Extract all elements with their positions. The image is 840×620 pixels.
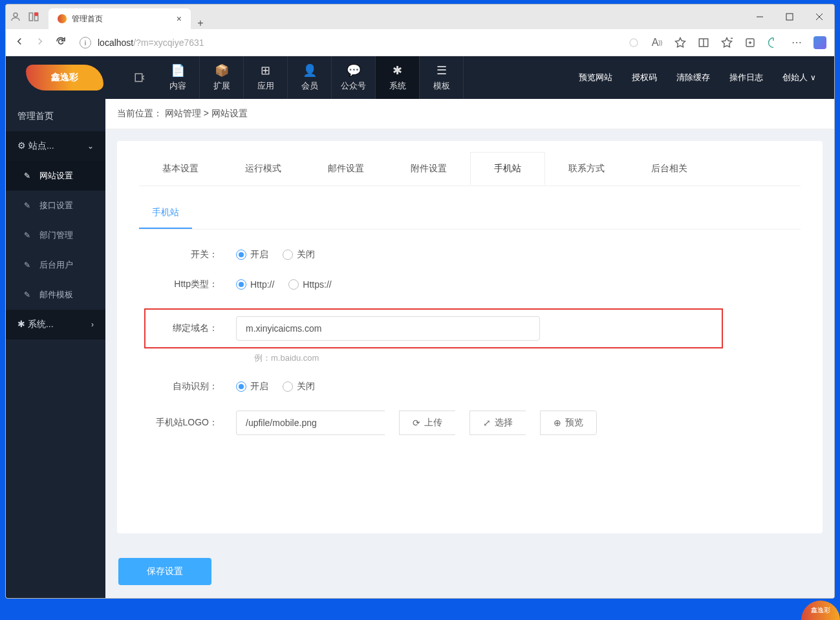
sidebar-group-site[interactable]: ⚙ 站点...⌄: [6, 131, 105, 161]
site-info-icon[interactable]: i: [80, 37, 91, 48]
breadcrumb-link[interactable]: 网站管理: [165, 108, 201, 118]
logo-path-input[interactable]: [236, 411, 385, 435]
split-screen-icon[interactable]: [697, 36, 710, 49]
edit-icon: ✎: [24, 231, 30, 240]
url-text: localhost/?m=xycqiye7631: [98, 37, 204, 48]
maximize-button[interactable]: [775, 5, 804, 29]
tab-attach[interactable]: 附件设置: [387, 153, 470, 186]
subtabs: 手机站: [139, 198, 801, 230]
select-button[interactable]: ⤢选择: [469, 411, 526, 435]
chevron-down-icon: ⌄: [87, 142, 94, 151]
subtab-mobile[interactable]: 手机站: [139, 198, 192, 229]
upload-icon: ⟳: [413, 418, 420, 428]
favorite-icon[interactable]: [674, 36, 687, 49]
svg-point-0: [14, 13, 17, 17]
https-radio[interactable]: Https://: [288, 279, 331, 290]
nav-wechat[interactable]: 💬公众号: [332, 56, 376, 99]
sync-icon[interactable]: [627, 36, 640, 49]
http-label: Http类型：: [152, 279, 236, 290]
nav-extend[interactable]: 📦扩展: [200, 56, 244, 99]
svg-rect-1: [29, 13, 32, 21]
switch-off-radio[interactable]: 关闭: [283, 249, 315, 261]
tab-mobile[interactable]: 手机站: [470, 152, 545, 185]
chevron-right-icon: ›: [91, 320, 94, 329]
notification-dot: [34, 12, 38, 16]
copilot-icon[interactable]: [813, 36, 826, 49]
domain-hint: 例：m.baidu.com: [254, 352, 788, 364]
refresh-button[interactable]: [55, 36, 67, 50]
main-card: 基本设置 运行模式 邮件设置 附件设置 手机站 联系方式 后台相关 手机站 开关…: [117, 141, 823, 533]
tab-mode[interactable]: 运行模式: [222, 153, 305, 186]
collections-icon[interactable]: [744, 36, 757, 49]
upload-button[interactable]: ⟳上传: [399, 411, 455, 435]
url-field[interactable]: i localhost/?m=xycqiye7631: [73, 37, 621, 48]
corner-logo: 鑫逸彩: [801, 601, 840, 620]
app-logo[interactable]: 鑫逸彩: [26, 65, 103, 91]
preview-site-link[interactable]: 预览网站: [579, 72, 612, 83]
browser-tab[interactable]: 管理首页 ×: [48, 8, 191, 29]
close-tab-icon[interactable]: ×: [177, 14, 182, 24]
switch-label: 开关：: [152, 249, 236, 261]
close-button[interactable]: [804, 5, 834, 29]
tab-basic[interactable]: 基本设置: [139, 153, 222, 186]
save-button[interactable]: 保存设置: [118, 558, 211, 585]
sidebar-api-settings[interactable]: ✎接口设置: [6, 191, 105, 220]
auto-label: 自动识别：: [152, 381, 236, 392]
performance-icon[interactable]: [767, 36, 780, 49]
nav-member[interactable]: 👤会员: [288, 56, 332, 99]
nav-template[interactable]: ☰模板: [420, 56, 464, 99]
sidebar-group-system[interactable]: ✱ 系统...›: [6, 310, 105, 339]
tab-admin[interactable]: 后台相关: [628, 153, 711, 186]
profile-icon[interactable]: [10, 11, 21, 23]
domain-input[interactable]: [236, 316, 540, 341]
new-tab-button[interactable]: +: [191, 17, 210, 29]
auto-on-radio[interactable]: 开启: [236, 381, 268, 392]
clear-cache-link[interactable]: 清除缓存: [676, 72, 710, 83]
preview-icon: ⊕: [554, 418, 561, 428]
http-radio[interactable]: Http://: [236, 279, 274, 290]
edit-icon: ✎: [24, 201, 30, 210]
nav-content[interactable]: 📄内容: [156, 56, 200, 99]
logo-label: 手机站LOGO：: [152, 417, 236, 429]
sidebar-admin-users[interactable]: ✎后台用户: [6, 250, 105, 280]
sidebar-home[interactable]: 管理首页: [6, 99, 105, 131]
switch-on-radio[interactable]: 开启: [236, 249, 268, 261]
tab-contact[interactable]: 联系方式: [545, 153, 628, 186]
minimize-button[interactable]: [745, 5, 775, 29]
preview-button[interactable]: ⊕预览: [540, 411, 597, 435]
top-nav: 鑫逸彩 📄内容 📦扩展 ⊞应用 👤会员 💬公众号 ✱系统 ☰模板 预览网站 授权…: [6, 56, 834, 99]
sidebar: 管理首页 ⚙ 站点...⌄ ✎网站设置 ✎接口设置 ✎部门管理 ✎后台用户 ✎邮…: [6, 99, 105, 598]
forward-button[interactable]: [34, 36, 46, 50]
auto-off-radio[interactable]: 关闭: [283, 381, 315, 392]
sidebar-site-settings[interactable]: ✎网站设置: [6, 161, 105, 191]
nav-app[interactable]: ⊞应用: [244, 56, 288, 99]
sidebar-mail-template[interactable]: ✎邮件模板: [6, 280, 105, 310]
save-bar: 保存设置: [105, 545, 834, 598]
tab-mail[interactable]: 邮件设置: [305, 153, 387, 186]
favorites-list-icon[interactable]: [720, 36, 733, 49]
tabs-header: 基本设置 运行模式 邮件设置 附件设置 手机站 联系方式 后台相关: [139, 153, 801, 186]
collapse-icon[interactable]: [124, 72, 156, 83]
founder-dropdown[interactable]: 创始人 ∨: [782, 72, 816, 83]
titlebar: 管理首页 × +: [6, 5, 834, 29]
sidebar-dept-manage[interactable]: ✎部门管理: [6, 220, 105, 250]
breadcrumb-current: 网站设置: [211, 108, 248, 118]
edit-icon: ✎: [24, 290, 30, 299]
svg-rect-4: [786, 14, 793, 20]
svg-rect-13: [135, 74, 142, 81]
nav-system[interactable]: ✱系统: [376, 56, 420, 99]
edit-icon: ✎: [24, 261, 30, 270]
address-bar: i localhost/?m=xycqiye7631 A)) ⋯: [6, 29, 834, 56]
domain-label: 绑定域名：: [152, 323, 236, 334]
read-aloud-icon[interactable]: A)): [651, 36, 663, 49]
select-icon: ⤢: [483, 418, 491, 428]
back-button[interactable]: [14, 36, 25, 50]
more-icon[interactable]: ⋯: [790, 36, 803, 49]
op-log-link[interactable]: 操作日志: [729, 72, 763, 83]
favicon-icon: [58, 14, 67, 23]
breadcrumb: 当前位置： 网站管理 > 网站设置: [105, 99, 834, 129]
auth-code-link[interactable]: 授权码: [632, 72, 657, 83]
edit-icon: ✎: [24, 171, 30, 180]
domain-row: 绑定域名：: [144, 308, 723, 348]
tab-title: 管理首页: [72, 14, 103, 25]
